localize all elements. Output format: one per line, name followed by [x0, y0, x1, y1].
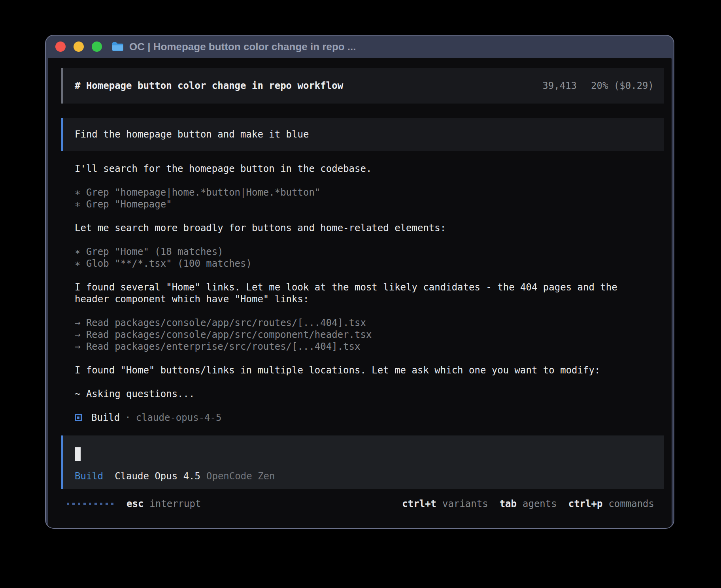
user-message: Find the homepage button and make it blu… — [61, 118, 664, 151]
window-title: OC | Homepage button color change in rep… — [129, 41, 356, 53]
tool-call-block: ∗ Grep "Home" (18 matches) ∗ Glob "**/*.… — [75, 246, 664, 270]
text-cursor — [75, 447, 81, 461]
prompt-input[interactable]: Build Claude Opus 4.5 OpenCode Zen — [61, 435, 664, 489]
hint-key: ctrl+p — [568, 498, 603, 510]
status-line: ~ Asking questions... — [75, 388, 664, 400]
read-file-line: → Read packages/console/app/src/routes/[… — [75, 317, 664, 329]
hint-label: commands — [608, 498, 654, 510]
hint-variants: ctrl+t variants — [402, 498, 488, 510]
agent-row: Build · claude-opus-4-5 — [75, 412, 664, 424]
tool-call-block: → Read packages/console/app/src/routes/[… — [75, 317, 664, 352]
folder-icon — [111, 41, 124, 52]
token-count: 39,413 — [542, 80, 577, 92]
session-header: # Homepage button color change in repo w… — [61, 68, 664, 104]
hint-label: interrupt — [149, 498, 201, 510]
tool-call-line: ∗ Glob "**/*.tsx" (100 matches) — [75, 258, 664, 270]
agent-separator: · — [125, 412, 130, 423]
assistant-text-block: I'll search for the homepage button in t… — [75, 163, 664, 175]
tool-call-line: ∗ Grep "Homepage" — [75, 198, 664, 210]
tool-call-line: ∗ Grep "homepage|home.*button|Home.*butt… — [75, 187, 664, 198]
assistant-line: header component which have "Home" links… — [75, 293, 664, 305]
minimize-button[interactable] — [74, 41, 84, 52]
agent-build-icon — [75, 414, 82, 421]
context-cost: 20% ($0.29) — [591, 80, 654, 92]
tool-call-block: ∗ Grep "homepage|home.*button|Home.*butt… — [75, 187, 664, 210]
traffic-lights — [55, 41, 102, 52]
input-meta: Build Claude Opus 4.5 OpenCode Zen — [75, 470, 652, 482]
spinner-dots-icon — [67, 503, 113, 505]
status-bar: esc interrupt ctrl+t variants tab agents… — [67, 498, 654, 510]
hint-label: agents — [523, 498, 557, 510]
hint-key: tab — [500, 498, 517, 510]
hint-agents: tab agents — [500, 498, 557, 510]
session-title: # Homepage button color change in repo w… — [75, 80, 343, 92]
zoom-button[interactable] — [92, 41, 102, 52]
input-agent-label: Build — [75, 470, 103, 482]
assistant-line: Let me search more broadly for buttons a… — [75, 222, 664, 234]
hint-key: ctrl+t — [402, 498, 436, 510]
terminal-window: OC | Homepage button color change in rep… — [45, 35, 674, 529]
terminal-content: # Homepage button color change in repo w… — [48, 58, 672, 528]
close-button[interactable] — [55, 41, 66, 52]
assistant-text-block: Let me search more broadly for buttons a… — [75, 222, 664, 234]
agent-name: Build — [91, 412, 120, 423]
hint-interrupt: esc interrupt — [126, 498, 201, 510]
session-stats: 39,413 20% ($0.29) — [542, 80, 654, 92]
read-file-line: → Read packages/enterprise/src/routes/[.… — [75, 341, 664, 352]
assistant-line: I found "Home" buttons/links in multiple… — [75, 364, 664, 376]
hint-key: esc — [126, 498, 143, 510]
assistant-text-block: I found "Home" buttons/links in multiple… — [75, 364, 664, 376]
window-titlebar[interactable]: OC | Homepage button color change in rep… — [46, 36, 674, 58]
assistant-text-block: I found several "Home" links. Let me loo… — [75, 281, 664, 305]
input-provider-label: OpenCode Zen — [206, 470, 275, 482]
tool-call-line: ∗ Grep "Home" (18 matches) — [75, 246, 664, 258]
status-block: ~ Asking questions... — [75, 388, 664, 400]
hint-commands: ctrl+p commands — [568, 498, 654, 510]
agent-model: claude-opus-4-5 — [136, 412, 222, 423]
user-message-text: Find the homepage button and make it blu… — [75, 128, 654, 140]
input-model-label: Claude Opus 4.5 — [115, 470, 200, 482]
status-bar-right: ctrl+t variants tab agents ctrl+p comman… — [402, 498, 654, 510]
assistant-line: I'll search for the homepage button in t… — [75, 163, 664, 175]
read-file-line: → Read packages/console/app/src/componen… — [75, 329, 664, 341]
assistant-line: I found several "Home" links. Let me loo… — [75, 281, 664, 293]
hint-label: variants — [442, 498, 488, 510]
